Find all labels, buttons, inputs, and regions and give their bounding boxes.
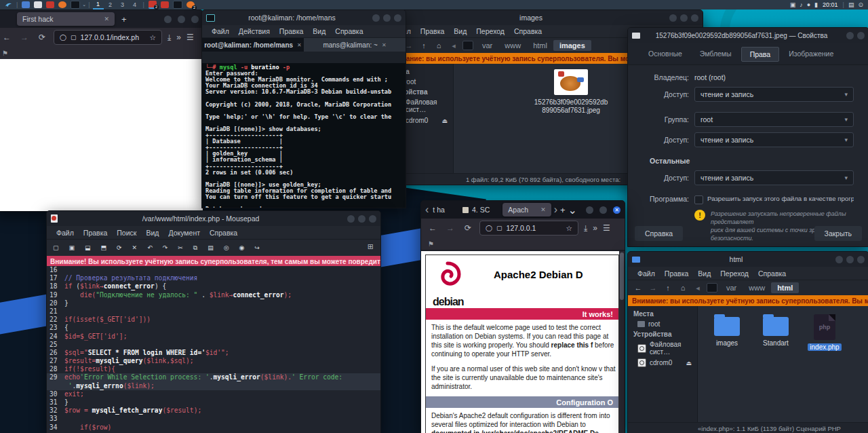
shield-icon[interactable]: ◯ xyxy=(60,34,66,41)
bookmark-star-icon[interactable]: ☆ xyxy=(150,33,156,41)
url-bar[interactable]: ◯ ▢ 127.0.0.1/index.ph ☆ xyxy=(54,30,162,45)
minimize-button[interactable] xyxy=(347,215,355,223)
apache-page[interactable]: debian Apache2 Debian D It works! This i… xyxy=(421,251,619,433)
tab-close-icon[interactable]: ✕ xyxy=(382,42,387,48)
screenshot-icon[interactable]: ▤ xyxy=(848,1,854,8)
forward-icon[interactable]: → xyxy=(18,33,31,42)
file-item-index-php[interactable]: php index.php xyxy=(806,314,843,351)
toolbar-icon[interactable]: ⧉ xyxy=(193,244,197,252)
file-list-area[interactable]: images Standart php index.php xyxy=(698,306,868,423)
menu-item[interactable]: Правка xyxy=(660,269,692,278)
menu-item[interactable]: Вид xyxy=(142,228,163,238)
maximize-button[interactable] xyxy=(846,32,854,39)
taskbar-firefox-icon[interactable]: 2 xyxy=(186,1,195,8)
menu-item[interactable]: Справка xyxy=(205,228,241,238)
launcher-editor-icon[interactable] xyxy=(34,1,42,8)
new-tab-button[interactable]: + xyxy=(121,14,127,24)
menu-item[interactable]: Действия xyxy=(235,26,274,36)
forward-icon[interactable]: → xyxy=(647,284,659,292)
sidebar-item-root[interactable]: root xyxy=(628,319,697,329)
tab-sql[interactable]: 4. SC xyxy=(457,203,500,216)
toolbar-icon[interactable]: ↶ xyxy=(147,244,153,251)
reload-icon[interactable]: ⟳ xyxy=(36,33,48,42)
help-button[interactable]: Справка xyxy=(635,226,683,241)
toolbar-icon[interactable]: ▣ xyxy=(69,244,75,251)
menu-item[interactable]: Переход xyxy=(716,269,753,278)
maximize-button[interactable] xyxy=(680,14,688,22)
kali-menu-icon[interactable] xyxy=(5,1,12,9)
up-icon[interactable]: ↑ xyxy=(662,284,674,292)
close-button[interactable] xyxy=(394,14,401,22)
download-icon[interactable]: ⤓ xyxy=(167,33,171,42)
up-icon[interactable]: ↑ xyxy=(418,41,430,50)
tab-list-icon[interactable]: ⌄ xyxy=(568,204,577,216)
menu-item[interactable]: Справка xyxy=(754,269,790,278)
close-button[interactable] xyxy=(857,256,865,263)
workspace-2[interactable]: 2 xyxy=(105,1,116,9)
minimize-button[interactable] xyxy=(372,14,380,22)
terminal-output[interactable]: └─# mysql -u buratino -pEnter password: … xyxy=(202,63,406,208)
minimize-button[interactable] xyxy=(586,206,593,214)
path-scroll-icon[interactable]: ◂ xyxy=(692,284,704,293)
breadcrumb-item[interactable]: var xyxy=(720,282,743,293)
bookmark-flag-icon[interactable]: ⚑ xyxy=(428,240,434,248)
back-icon[interactable]: ← xyxy=(632,284,644,292)
toolbar-icon[interactable]: ✂ xyxy=(178,244,183,251)
title-bar[interactable]: /var/www/html/index.php - Mousepad xyxy=(47,211,380,226)
menu-item[interactable]: Правка xyxy=(416,26,448,36)
toolbar-icon[interactable]: ◉ xyxy=(239,244,245,251)
download-icon[interactable]: ⤓ xyxy=(584,223,587,233)
menu-item[interactable]: Справка xyxy=(510,26,546,36)
power-icon[interactable]: ⊙ xyxy=(858,1,863,8)
filesystem-icon[interactable] xyxy=(707,283,717,293)
menu-item[interactable]: Файл xyxy=(633,269,659,278)
file-item-images-folder[interactable]: images xyxy=(709,314,745,351)
eject-icon[interactable]: ⏏ xyxy=(686,360,692,366)
tab-first-hack[interactable]: First hack ✕ xyxy=(17,12,115,26)
title-bar[interactable]: root@kaliman: /home/mans xyxy=(202,10,406,25)
url-bar[interactable]: ◯ ▢ 127.0.0.1 ☆ xyxy=(479,221,578,236)
blank-page-content[interactable] xyxy=(0,59,203,211)
close-button[interactable] xyxy=(691,14,698,22)
workspace-4[interactable]: 4 xyxy=(130,1,140,9)
menu-item[interactable]: Вид xyxy=(309,26,330,36)
scrollbar[interactable] xyxy=(619,251,625,433)
maximize-button[interactable] xyxy=(358,215,366,223)
toolbar-icon[interactable]: ▮ xyxy=(814,1,818,8)
toolbar-icon[interactable]: ▣ xyxy=(790,1,796,8)
tab-apache[interactable]: Apach ✕ xyxy=(502,203,551,216)
menu-item[interactable]: Правка xyxy=(275,26,307,36)
tab-partial[interactable]: t ha xyxy=(431,203,454,216)
forward-icon[interactable]: → xyxy=(444,223,456,233)
menu-icon[interactable]: ☰ xyxy=(186,33,194,42)
clock[interactable]: 20:01 xyxy=(823,1,838,8)
toolbar-icon[interactable]: ▢ xyxy=(53,244,59,251)
workspace-3[interactable]: 3 xyxy=(117,1,128,9)
tab-close-icon[interactable]: ✕ xyxy=(540,206,546,213)
tab-basic[interactable]: Основные xyxy=(640,47,690,62)
file-item-jpeg[interactable]: 15276b3f09e0029592db899056af7631.jpeg xyxy=(534,69,608,115)
overflow-icon[interactable]: » xyxy=(593,223,597,233)
maximize-button[interactable] xyxy=(846,256,854,263)
executable-checkbox[interactable] xyxy=(694,195,703,204)
close-button[interactable] xyxy=(857,32,865,39)
tab-image[interactable]: Изображение xyxy=(781,47,842,62)
path-scroll-icon[interactable]: ◂ xyxy=(448,41,460,50)
menu-item[interactable]: Файл xyxy=(52,228,78,238)
file-item-standart-folder[interactable]: Standart xyxy=(757,314,794,351)
toolbar-icon[interactable]: ↷ xyxy=(163,244,168,251)
tab-close-icon[interactable]: ✕ xyxy=(104,16,109,22)
taskbar-mousepad2-icon[interactable] xyxy=(161,1,169,8)
home-icon[interactable]: ⌂ xyxy=(677,284,689,292)
menu-icon[interactable]: ☰ xyxy=(603,223,610,233)
toolbar-icon[interactable]: ● xyxy=(807,1,810,8)
menu-item[interactable]: Переход xyxy=(472,26,509,36)
group-access-select[interactable]: чтение и запись ▾ xyxy=(694,132,854,147)
maximize-button[interactable] xyxy=(599,206,607,214)
bookmark-star-icon[interactable]: ☆ xyxy=(566,224,572,232)
overflow-icon[interactable]: » xyxy=(176,33,181,42)
launcher-firefox-icon[interactable] xyxy=(58,1,66,8)
title-bar[interactable]: 15276b3f09e0029592db899056af7631.jpeg — … xyxy=(628,28,868,43)
url-text[interactable]: 127.0.0.1 xyxy=(507,224,562,232)
fullscreen-icon[interactable]: ⊞ xyxy=(368,242,374,251)
